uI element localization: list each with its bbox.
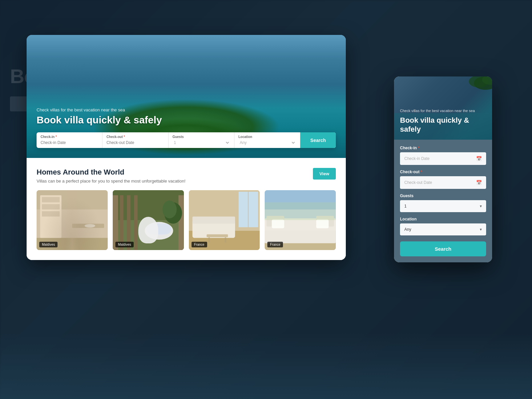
mobile-guests-field: Guests 1 ▾: [400, 194, 486, 212]
checkout-field: Check-out *: [102, 132, 168, 148]
mobile-hero-title: Book villa quickly & safely: [400, 116, 486, 134]
location-label: Location: [238, 135, 296, 139]
mobile-location-value: Any: [404, 227, 411, 232]
guests-select[interactable]: 1 2 3 4: [173, 140, 230, 145]
svg-rect-7: [72, 224, 104, 228]
hero-content: Check villas for the best vacation near …: [27, 101, 346, 158]
location-select[interactable]: Any Maldives France: [238, 140, 296, 145]
bathroom-svg: [37, 190, 108, 250]
mobile-checkin-input-wrapper[interactable]: Check-in Date 📅: [400, 152, 486, 165]
property-image-3: [189, 190, 260, 250]
mobile-card: Check villas for the best vacation near …: [394, 76, 492, 262]
mobile-location-field: Location Any ▾: [400, 217, 486, 235]
calendar-icon-checkout: 📅: [476, 180, 482, 185]
homes-header: Homes Around the World Villas can be a p…: [37, 168, 336, 184]
svg-point-8: [84, 224, 95, 228]
svg-rect-18: [146, 224, 171, 234]
property-card-3[interactable]: France: [189, 190, 260, 250]
search-bar: Check-in * Check-out * Guests 1 2 3: [37, 132, 336, 148]
homes-section: Homes Around the World Villas can be a p…: [27, 158, 346, 260]
mobile-guests-select-wrapper: 1 ▾: [400, 200, 486, 212]
svg-rect-27: [206, 234, 228, 237]
outdoor-bath-svg: [113, 190, 184, 250]
guests-field: Guests 1 2 3 4: [169, 132, 234, 148]
calendar-icon-checkin: 📅: [476, 156, 482, 161]
svg-point-20: [162, 200, 177, 218]
property-card-1[interactable]: Maldives: [37, 190, 108, 250]
mobile-location-select-wrapper: Any ▾: [400, 223, 486, 235]
mobile-hero: Check villas for the best vacation near …: [394, 76, 492, 140]
property-image-1: [37, 190, 108, 250]
homes-grid: Maldives: [37, 190, 336, 250]
mobile-checkout-placeholder: Check-out Date: [404, 180, 432, 185]
desktop-card: Check villas for the best vacation near …: [27, 35, 346, 260]
mobile-checkin-field: Check-in * Check-in Date 📅: [400, 146, 486, 165]
svg-rect-28: [208, 237, 209, 242]
svg-rect-26: [192, 216, 235, 223]
guests-label: Guests: [173, 135, 230, 139]
mobile-guests-label: Guests: [400, 194, 486, 198]
property-image-4: [265, 190, 336, 250]
svg-rect-36: [272, 219, 284, 228]
mobile-guests-select[interactable]: 1 ▾: [400, 200, 486, 212]
mobile-checkin-placeholder: Check-in Date: [404, 156, 430, 161]
mobile-checkout-label: Check-out *: [400, 170, 486, 174]
homes-title: Homes Around the World: [37, 168, 186, 177]
checkout-label: Check-out *: [106, 135, 164, 139]
view-all-button[interactable]: View: [313, 168, 336, 180]
checkin-input[interactable]: [41, 140, 98, 145]
mobile-checkin-label: Check-in *: [400, 146, 486, 150]
hero-section: Check villas for the best vacation near …: [27, 35, 346, 158]
svg-rect-12: [178, 195, 184, 250]
location-field: Location Any Maldives France: [234, 132, 300, 148]
living-svg: [189, 190, 260, 250]
hero-title: Book villa quickly & safely: [37, 114, 336, 126]
hero-subtitle: Check villas for the best vacation near …: [37, 107, 336, 112]
palm-tree-svg: [452, 76, 492, 116]
background-bottom-gradient: [0, 332, 532, 399]
chevron-down-icon-location: ▾: [480, 227, 482, 232]
mobile-checkout-input-wrapper[interactable]: Check-out Date 📅: [400, 176, 486, 189]
homes-subtitle: Villas can be a perfect place for you to…: [37, 179, 186, 184]
svg-rect-3: [40, 195, 62, 238]
mobile-checkout-field: Check-out * Check-out Date 📅: [400, 170, 486, 189]
svg-rect-37: [316, 219, 329, 228]
svg-rect-15: [134, 195, 138, 250]
homes-text: Homes Around the World Villas can be a p…: [37, 168, 186, 184]
svg-rect-0: [37, 190, 108, 250]
mobile-form: Check-in * Check-in Date 📅 Check-out * C…: [394, 140, 492, 262]
svg-rect-6: [42, 211, 60, 216]
svg-rect-29: [224, 237, 226, 242]
svg-rect-4: [42, 197, 60, 202]
bedroom-svg: [265, 190, 336, 250]
mobile-guests-value: 1: [404, 204, 407, 208]
chevron-down-icon-guests: ▾: [480, 204, 482, 208]
property-card-4[interactable]: France: [265, 190, 336, 250]
mobile-location-select[interactable]: Any ▾: [400, 223, 486, 235]
search-button[interactable]: Search: [300, 132, 336, 148]
location-badge-1: Maldives: [39, 242, 58, 247]
checkout-input[interactable]: [106, 140, 164, 145]
location-badge-2: Maldives: [115, 242, 134, 247]
location-badge-4: France: [267, 242, 283, 247]
svg-rect-39: [265, 202, 336, 220]
property-image-2: [113, 190, 184, 250]
location-badge-3: France: [192, 242, 207, 247]
property-card-2[interactable]: Maldives: [113, 190, 184, 250]
mobile-search-button[interactable]: Search: [400, 241, 486, 256]
mobile-location-label: Location: [400, 217, 486, 221]
checkin-field: Check-in *: [37, 132, 102, 148]
svg-rect-5: [42, 204, 60, 209]
checkin-label: Check-in *: [41, 135, 98, 139]
